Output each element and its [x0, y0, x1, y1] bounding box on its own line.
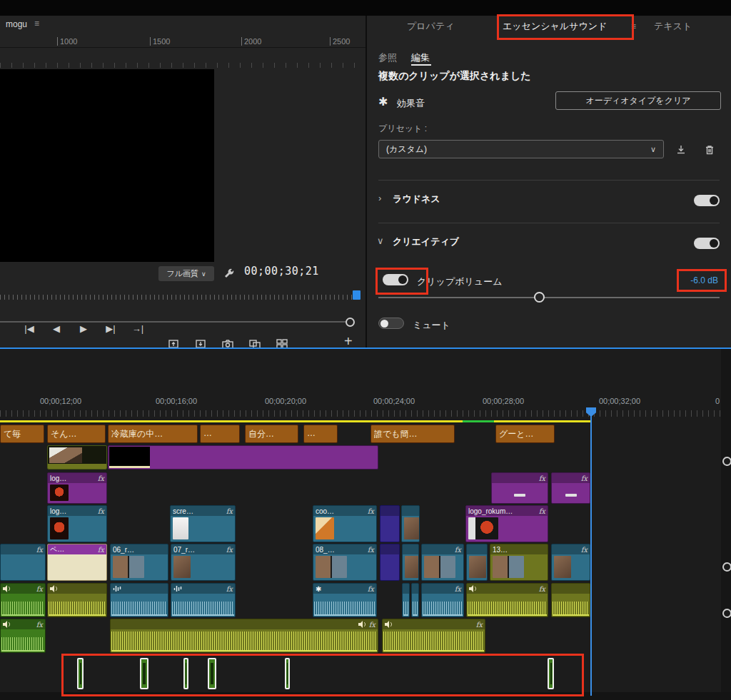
clip-volume-value[interactable]: -6.0 dB	[675, 275, 718, 285]
delete-preset-trash-icon[interactable]	[702, 143, 717, 157]
timeline-clip[interactable]	[466, 544, 488, 581]
tab-essential-sound[interactable]: エッセンシャルサウンド	[503, 20, 607, 33]
timeline-clip[interactable]	[380, 544, 400, 581]
timeline-clip[interactable]: …	[303, 425, 338, 443]
subtab-edit[interactable]: 編集	[411, 51, 430, 64]
creative-section-header[interactable]: クリエイティブ	[393, 235, 459, 248]
timeline-clip[interactable]: …	[200, 425, 240, 443]
settings-wrench-icon[interactable]	[223, 267, 234, 281]
clip-header: coo…fx	[313, 506, 376, 516]
timeline-clip[interactable]: fx	[0, 619, 46, 653]
timeline-clip[interactable]	[47, 445, 107, 470]
timeline-clip[interactable]: scre…fx	[170, 505, 236, 542]
play-button[interactable]: ▶	[73, 320, 94, 337]
speaker-icon	[3, 621, 11, 628]
subtab-browse[interactable]: 参照	[378, 51, 397, 64]
clip-volume-toggle[interactable]	[383, 274, 408, 285]
timeline-right-scrollbar[interactable]	[721, 349, 731, 700]
track-scroll-knob[interactable]	[722, 562, 731, 572]
timeline-clip[interactable]: 06_r…	[110, 544, 168, 581]
timeline-clip[interactable]: ✱fx	[313, 583, 377, 617]
clear-audio-type-button[interactable]: オーディオタイプをクリア	[555, 91, 721, 110]
chevron-down-icon[interactable]: ∨	[377, 235, 384, 246]
timeline-clip[interactable]: 07_r…fx	[171, 544, 236, 581]
timeline-clip[interactable]: fx	[551, 544, 590, 581]
timeline-clip[interactable]: 08_…fx	[313, 544, 377, 581]
timeline-clip[interactable]: fx	[382, 619, 485, 653]
loudness-toggle[interactable]	[694, 195, 720, 206]
timeline-clip[interactable]	[108, 445, 378, 470]
clip-thumbnail	[50, 517, 69, 539]
timeline-clip[interactable]	[411, 583, 419, 617]
clip-volume-slider[interactable]	[378, 297, 720, 298]
timeline-clip[interactable]: coo…fx	[313, 505, 377, 542]
preset-dropdown[interactable]: (カスタム) ∨	[378, 140, 664, 158]
timeline-clip[interactable]	[110, 583, 168, 617]
clip-header: fx	[171, 584, 235, 594]
timeline-clip[interactable]	[402, 544, 419, 581]
timeline-clip[interactable]	[551, 583, 590, 617]
timeline-clip[interactable]	[285, 658, 290, 689]
timeline-clip[interactable]: fx	[171, 583, 236, 617]
timeline-clip[interactable]	[77, 658, 84, 689]
monitor-tab[interactable]: mogu	[6, 19, 27, 29]
current-timecode[interactable]: 00;00;30;21	[244, 265, 319, 278]
tab-properties[interactable]: プロパティ	[407, 20, 455, 33]
tab-text[interactable]: テキスト	[654, 20, 692, 33]
creative-toggle[interactable]	[694, 238, 720, 249]
timeline-clip[interactable]	[548, 658, 554, 689]
panel-menu-icon[interactable]: ≡	[631, 21, 636, 31]
timeline-clip[interactable]: グーと…	[495, 425, 555, 443]
timeline-clip[interactable]: て毎	[0, 425, 44, 443]
loudness-section-header[interactable]: ラウドネス	[393, 193, 440, 206]
clip-volume-slider-knob[interactable]	[534, 292, 545, 303]
timeline-bottom-scrollbar[interactable]	[0, 692, 731, 700]
timeline-clip[interactable]: 冷蔵庫の中…	[108, 425, 198, 443]
timeline-clip[interactable]: fx	[466, 583, 548, 617]
clip-header	[111, 584, 168, 594]
timeline-clip[interactable]: fx	[551, 472, 590, 504]
play-in-to-out-button[interactable]: →|	[127, 320, 148, 337]
timeline-clip[interactable]: logo_rokum…fx	[465, 505, 548, 542]
timeline-clip[interactable]: log…fx	[47, 505, 107, 542]
monitor-ruler-label: 1500	[150, 37, 170, 46]
playback-quality-dropdown[interactable]: フル画質 ∨	[158, 266, 214, 281]
timeline-clip[interactable]: fx	[421, 583, 464, 617]
timeline-clip[interactable]: ペ…fx	[47, 544, 107, 581]
audio-waveform	[314, 602, 375, 616]
timeline-clip[interactable]	[402, 583, 410, 617]
timeline-clip[interactable]: そん…	[47, 425, 106, 443]
timeline-clip[interactable]: fx	[110, 619, 378, 653]
timeline-clip[interactable]: 誰でも簡…	[370, 425, 455, 443]
timeline-clip[interactable]: fx	[491, 472, 548, 504]
timeline-clip[interactable]: log…fx	[47, 472, 107, 504]
track-scroll-knob[interactable]	[722, 457, 731, 466]
caption-clip-label: …	[307, 428, 336, 438]
timeline-clip[interactable]	[140, 658, 148, 689]
timeline-clip[interactable]: 自分…	[245, 425, 298, 443]
panel-menu-icon[interactable]: ≡	[34, 19, 39, 29]
timeline-clip[interactable]: 13…	[490, 544, 548, 581]
timeline-clip[interactable]	[208, 658, 216, 689]
chevron-right-icon[interactable]: ›	[378, 193, 381, 203]
go-to-in-button[interactable]: |◀	[19, 320, 40, 337]
clip-header	[412, 584, 418, 594]
step-back-button[interactable]: ◀	[46, 320, 67, 337]
timeline-clip[interactable]: fx	[421, 544, 464, 581]
step-forward-button[interactable]: ▶|	[100, 320, 121, 337]
track-scroll-knob[interactable]	[722, 609, 731, 618]
clip-header	[467, 544, 487, 554]
monitor-scrub-bar[interactable]	[0, 291, 360, 300]
timeline-clip[interactable]	[380, 505, 400, 542]
timeline-clip[interactable]: fx	[0, 583, 46, 617]
save-preset-icon[interactable]	[674, 143, 688, 157]
clip-header: scre…fx	[171, 506, 235, 516]
monitor-playhead-marker[interactable]	[353, 290, 361, 300]
caption-clip-label: …	[203, 428, 238, 438]
mute-toggle[interactable]	[378, 318, 404, 329]
timeline-clip[interactable]	[47, 583, 107, 617]
monitor-zoom-knob[interactable]	[346, 318, 355, 327]
timeline-clip[interactable]	[401, 505, 420, 542]
timeline-clip[interactable]: fx	[0, 544, 46, 581]
timeline-clip[interactable]	[183, 658, 188, 689]
